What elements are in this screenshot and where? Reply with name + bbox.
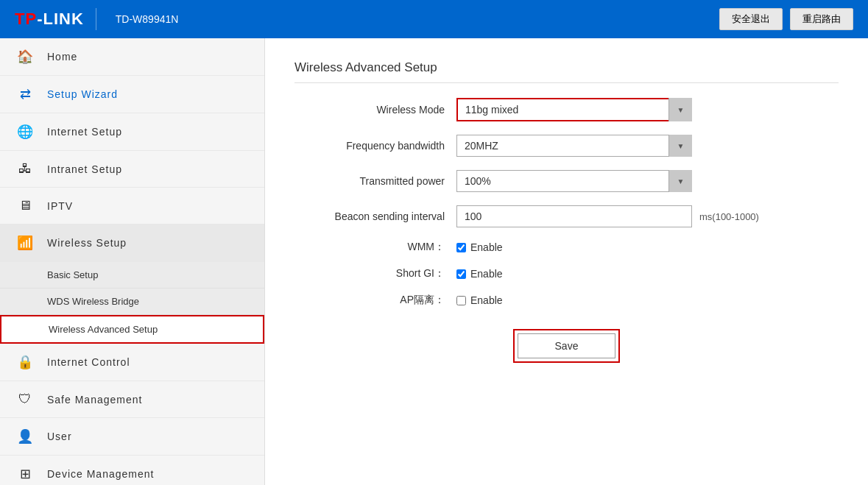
- wmm-checkbox-row: Enable: [456, 241, 503, 253]
- wmm-checkbox[interactable]: [456, 243, 466, 252]
- header-buttons: 安全退出 重启路由: [719, 8, 853, 30]
- iptv-icon: 🖥: [15, 198, 35, 213]
- wireless-mode-select[interactable]: 11bg mixed 11b only 11g only 11n only 11…: [456, 98, 692, 121]
- ap-isolation-label: AP隔离：: [294, 294, 456, 307]
- wmm-control: Enable: [456, 241, 503, 253]
- sidebar: 🏠 Home ⇄ Setup Wizard 🌐 Internet Setup 🖧…: [0, 38, 265, 485]
- sidebar-label-device-management: Device Management: [47, 468, 154, 480]
- wmm-label: WMM：: [294, 241, 456, 254]
- sidebar-item-user[interactable]: 👤 User: [0, 418, 264, 456]
- internet-control-icon: 🔒: [15, 354, 35, 370]
- ap-isolation-control: Enable: [456, 294, 503, 306]
- sidebar-label-intranet-setup: Intranet Setup: [47, 163, 122, 175]
- wmm-row: WMM： Enable: [294, 241, 839, 254]
- beacon-interval-label: Beacon sending interval: [294, 210, 456, 222]
- transmitted-power-label: Transmitted power: [294, 175, 456, 187]
- home-icon: 🏠: [15, 49, 35, 65]
- frequency-bandwidth-select-wrapper: 20MHZ 40MHZ: [456, 135, 692, 157]
- main-content: Wireless Advanced Setup Wireless Mode 11…: [265, 38, 868, 485]
- brand: TP-LINK TD-W89941N: [15, 8, 178, 30]
- sidebar-label-setup-wizard: Setup Wizard: [47, 88, 118, 100]
- sidebar-label-safe-management: Safe Management: [47, 394, 142, 406]
- sidebar-label-internet-setup: Internet Setup: [47, 126, 122, 138]
- page-title: Wireless Advanced Setup: [294, 60, 839, 83]
- beacon-interval-input[interactable]: [456, 205, 692, 227]
- submenu-item-wds-wireless-bridge[interactable]: WDS Wireless Bridge: [0, 288, 264, 315]
- transmitted-power-select-wrapper: 100% 75% 50% 25%: [456, 170, 692, 192]
- sidebar-label-internet-control: Internet Control: [47, 356, 130, 368]
- sidebar-item-home[interactable]: 🏠 Home: [0, 38, 264, 76]
- wmm-enable-label: Enable: [470, 241, 503, 253]
- sidebar-label-home: Home: [47, 51, 77, 63]
- frequency-bandwidth-row: Frequency bandwidth 20MHZ 40MHZ: [294, 135, 839, 157]
- header-model: TD-W89941N: [116, 13, 179, 25]
- sidebar-item-intranet-setup[interactable]: 🖧 Intranet Setup: [0, 151, 264, 188]
- sidebar-item-internet-setup[interactable]: 🌐 Internet Setup: [0, 113, 264, 151]
- sidebar-item-iptv[interactable]: 🖥 IPTV: [0, 188, 264, 224]
- device-management-icon: ⊞: [15, 466, 35, 482]
- beacon-interval-row: Beacon sending interval ms(100-1000): [294, 205, 839, 227]
- header: TP-LINK TD-W89941N 安全退出 重启路由: [0, 0, 868, 38]
- setup-wizard-icon: ⇄: [15, 86, 35, 102]
- submenu-item-wireless-advanced-setup[interactable]: Wireless Advanced Setup: [0, 315, 264, 344]
- save-button[interactable]: Save: [518, 333, 616, 358]
- tp-link-logo: TP-LINK: [15, 10, 84, 29]
- logout-button[interactable]: 安全退出: [719, 8, 783, 30]
- frequency-bandwidth-control: 20MHZ 40MHZ: [456, 135, 692, 157]
- ap-isolation-checkbox-row: Enable: [456, 294, 503, 306]
- short-gi-row: Short GI： Enable: [294, 267, 839, 280]
- short-gi-label: Short GI：: [294, 267, 456, 280]
- frequency-bandwidth-label: Frequency bandwidth: [294, 140, 456, 152]
- short-gi-checkbox[interactable]: [456, 269, 466, 279]
- ap-isolation-row: AP隔离： Enable: [294, 294, 839, 307]
- beacon-interval-control: ms(100-1000): [456, 205, 759, 227]
- sidebar-label-wireless-setup: Wireless Setup: [47, 237, 127, 249]
- intranet-setup-icon: 🖧: [15, 161, 35, 177]
- sidebar-item-internet-control[interactable]: 🔒 Internet Control: [0, 344, 264, 381]
- wireless-setup-icon: 📶: [15, 235, 35, 251]
- submenu-item-basic-setup[interactable]: Basic Setup: [0, 262, 264, 288]
- internet-setup-icon: 🌐: [15, 124, 35, 140]
- user-icon: 👤: [15, 428, 35, 445]
- ap-isolation-checkbox[interactable]: [456, 296, 466, 305]
- save-btn-wrapper: Save: [513, 329, 621, 363]
- sidebar-item-device-management[interactable]: ⊞ Device Management: [0, 456, 264, 485]
- reboot-button[interactable]: 重启路由: [790, 8, 853, 30]
- short-gi-enable-label: Enable: [470, 268, 503, 280]
- beacon-interval-hint: ms(100-1000): [699, 211, 759, 222]
- wireless-mode-row: Wireless Mode 11bg mixed 11b only 11g on…: [294, 98, 839, 121]
- ap-isolation-enable-label: Enable: [470, 294, 503, 306]
- frequency-bandwidth-select[interactable]: 20MHZ 40MHZ: [456, 135, 692, 157]
- sidebar-label-user: User: [47, 431, 72, 442]
- transmitted-power-select[interactable]: 100% 75% 50% 25%: [456, 170, 692, 192]
- wireless-submenu: Basic Setup WDS Wireless Bridge Wireless…: [0, 262, 264, 344]
- short-gi-checkbox-row: Enable: [456, 268, 503, 280]
- sidebar-label-iptv: IPTV: [47, 200, 73, 212]
- short-gi-control: Enable: [456, 268, 503, 280]
- wireless-mode-select-wrapper: 11bg mixed 11b only 11g only 11n only 11…: [456, 98, 692, 121]
- transmitted-power-control: 100% 75% 50% 25%: [456, 170, 692, 192]
- save-area: Save: [294, 329, 839, 363]
- layout: 🏠 Home ⇄ Setup Wizard 🌐 Internet Setup 🖧…: [0, 38, 868, 485]
- sidebar-item-safe-management[interactable]: 🛡 Safe Management: [0, 381, 264, 418]
- sidebar-item-setup-wizard[interactable]: ⇄ Setup Wizard: [0, 76, 264, 113]
- transmitted-power-row: Transmitted power 100% 75% 50% 25%: [294, 170, 839, 192]
- wireless-mode-control: 11bg mixed 11b only 11g only 11n only 11…: [456, 98, 692, 121]
- wireless-mode-label: Wireless Mode: [294, 104, 456, 116]
- form-section: Wireless Mode 11bg mixed 11b only 11g on…: [294, 98, 839, 307]
- safe-management-icon: 🛡: [15, 392, 35, 407]
- header-divider: [96, 8, 96, 30]
- sidebar-item-wireless-setup[interactable]: 📶 Wireless Setup: [0, 224, 264, 262]
